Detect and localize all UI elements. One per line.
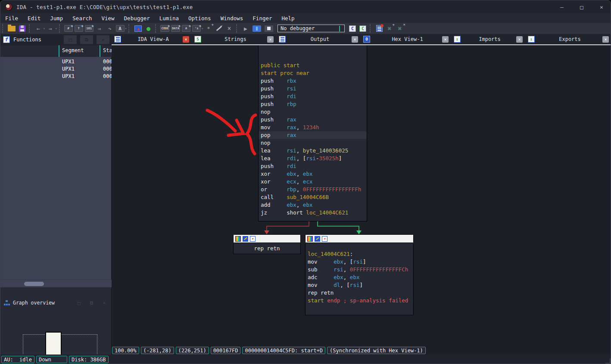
save-icon[interactable] bbox=[18, 24, 26, 33]
tab-close-icon[interactable]: × bbox=[352, 36, 358, 43]
debugger-start-icon[interactable]: ▶ bbox=[241, 24, 250, 33]
tab-hex-view-1[interactable]: O Hex View-1 × bbox=[361, 34, 451, 44]
menu-finger[interactable]: Finger bbox=[248, 13, 277, 23]
analysis-indicator-icon: ● bbox=[144, 24, 153, 33]
panel-float-icon[interactable]: ⧉ bbox=[90, 300, 94, 306]
resize-grip[interactable] bbox=[605, 358, 611, 364]
string-dropdown-icon[interactable]: ▾ bbox=[201, 27, 203, 31]
make-data-icon[interactable]: DATA+ bbox=[171, 25, 180, 32]
graph-overview-panel: Graph overview □ ⧉ × bbox=[0, 287, 112, 355]
graph-overview-title: Graph overview bbox=[13, 300, 55, 306]
make-string-icon[interactable]: 's+ bbox=[192, 25, 201, 32]
close-button[interactable]: × bbox=[592, 0, 611, 13]
delete-breakpoint-icon[interactable]: ⌘× bbox=[396, 24, 404, 33]
toolbar-separator bbox=[155, 24, 158, 33]
horizontal-scrollbar[interactable] bbox=[0, 280, 112, 287]
number-data-icon[interactable]: #+ bbox=[64, 25, 73, 32]
tab-close-icon[interactable]: × bbox=[442, 36, 449, 43]
debugger-stop-icon[interactable] bbox=[264, 24, 274, 33]
graph-minimap[interactable] bbox=[0, 308, 112, 355]
toolbar-separator bbox=[29, 24, 31, 33]
menu-windows[interactable]: Windows bbox=[216, 13, 248, 23]
jump-icon[interactable]: ↷ bbox=[106, 24, 114, 33]
menu-jump[interactable]: Jump bbox=[45, 13, 68, 23]
undefine-icon[interactable]: × bbox=[225, 24, 234, 33]
tab-output[interactable]: Output × bbox=[276, 34, 361, 44]
tab-close-icon[interactable]: × bbox=[183, 36, 189, 43]
basic-block-start[interactable]: public startstart proc nearpush rbxpush … bbox=[258, 45, 367, 221]
column-name[interactable] bbox=[0, 45, 59, 57]
toolbar-separator bbox=[370, 24, 372, 33]
graph-icon bbox=[4, 300, 10, 305]
make-name-icon[interactable]: A+ bbox=[182, 25, 190, 32]
open-file-icon[interactable] bbox=[7, 24, 16, 33]
ascii-icon[interactable]: A bbox=[116, 25, 125, 32]
tab-close-icon[interactable]: × bbox=[516, 36, 523, 43]
tab-close-icon[interactable]: × bbox=[602, 36, 609, 43]
patch-icon[interactable]: *+ bbox=[204, 24, 213, 33]
panel-maximize-icon[interactable]: □ bbox=[64, 35, 77, 44]
tab-ida-view-a[interactable]: IDA View-A × bbox=[112, 34, 192, 44]
library-icon[interactable] bbox=[375, 24, 383, 33]
navigate-back-icon[interactable]: ← bbox=[34, 24, 43, 33]
tab-exports[interactable]: ↥ Exports × bbox=[525, 34, 611, 44]
node-edit-icon[interactable] bbox=[315, 236, 320, 242]
block-code[interactable]: loc_14004C621:mov ebx, [rsi]sub rsi, 0FF… bbox=[306, 243, 413, 305]
text-data-icon[interactable]: T+ bbox=[75, 25, 83, 32]
debugger-pause-icon[interactable]: ‖ bbox=[252, 24, 262, 33]
problem-list-icon[interactable]: ▲ bbox=[134, 24, 142, 33]
menu-lumina[interactable]: Lumina bbox=[155, 13, 184, 23]
debugger-select-value: No debugger bbox=[281, 25, 315, 31]
menu-file[interactable]: File bbox=[0, 13, 23, 23]
forward-dropdown-icon[interactable]: ▾ bbox=[55, 27, 57, 31]
maximize-button[interactable]: □ bbox=[572, 0, 592, 13]
disassembly-graph-canvas[interactable]: public startstart proc nearpush rbxpush … bbox=[112, 45, 611, 346]
imports-icon: ↧ bbox=[454, 36, 461, 43]
menu-search[interactable]: Search bbox=[68, 13, 97, 23]
column-segment[interactable]: Segment bbox=[59, 45, 100, 57]
navigate-forward-icon[interactable]: → bbox=[46, 24, 55, 33]
step-into-icon[interactable]: C bbox=[348, 24, 357, 33]
function-row[interactable]: UPX1000 bbox=[0, 73, 112, 81]
node-group-icon[interactable]: ⇄ bbox=[250, 236, 256, 242]
graph-coordinates: (-281,28) bbox=[141, 347, 174, 354]
scrollbar-thumb[interactable] bbox=[24, 282, 44, 286]
back-dropdown-icon[interactable]: ▾ bbox=[43, 27, 45, 31]
binary-data-icon[interactable]: 101+ bbox=[85, 25, 94, 32]
panel-close-icon[interactable]: × bbox=[103, 300, 106, 306]
add-breakpoint-icon[interactable]: ⌘+ bbox=[385, 24, 394, 33]
panel-maximize-icon[interactable]: □ bbox=[78, 300, 81, 306]
ascii-dropdown-icon[interactable]: ▾ bbox=[125, 27, 127, 31]
block-code[interactable]: public startstart proc nearpush rbxpush … bbox=[259, 62, 367, 217]
node-color-icon[interactable] bbox=[235, 236, 241, 242]
minimize-button[interactable]: — bbox=[552, 0, 572, 13]
panel-float-icon[interactable]: ⧉ bbox=[80, 35, 93, 44]
tab-strings[interactable]: S Strings × bbox=[192, 34, 276, 44]
menu-options[interactable]: Options bbox=[184, 13, 216, 23]
toolbar-separator bbox=[236, 24, 239, 33]
annotation-arrow bbox=[207, 110, 243, 135]
node-color-icon[interactable] bbox=[307, 236, 313, 242]
menu-debugger[interactable]: Debugger bbox=[119, 13, 155, 23]
file-offset: 000167FD bbox=[211, 347, 241, 354]
functions-table-header[interactable]: Segment Start bbox=[0, 45, 112, 57]
column-start[interactable]: Start bbox=[100, 45, 112, 57]
make-code-icon[interactable]: CODE+ bbox=[160, 25, 169, 32]
tab-imports[interactable]: ↧ Imports × bbox=[451, 34, 525, 44]
menu-help[interactable]: Help bbox=[277, 13, 299, 23]
basic-block-loc-14004C621[interactable]: ⇄ loc_14004C621:mov ebx, [rsi]sub rsi, 0… bbox=[305, 234, 414, 315]
menu-view[interactable]: View bbox=[97, 13, 119, 23]
strings-icon: S bbox=[194, 36, 201, 43]
edit-function-icon[interactable] bbox=[215, 24, 223, 33]
basic-block-retn[interactable]: ⇄ rep retn bbox=[233, 234, 301, 254]
block-code[interactable]: rep retn bbox=[234, 243, 300, 254]
node-edit-icon[interactable] bbox=[243, 236, 248, 242]
debugger-select[interactable]: No debugger bbox=[277, 25, 345, 32]
step-over-icon[interactable]: C bbox=[358, 24, 367, 33]
xref-icon[interactable]: ⇒ bbox=[95, 24, 104, 33]
node-group-icon[interactable]: ⇄ bbox=[322, 236, 327, 242]
tab-close-icon[interactable]: × bbox=[267, 36, 274, 43]
menu-edit[interactable]: Edit bbox=[23, 13, 45, 23]
panel-close-icon[interactable]: × bbox=[97, 35, 109, 44]
toolbar-separator bbox=[59, 24, 62, 33]
